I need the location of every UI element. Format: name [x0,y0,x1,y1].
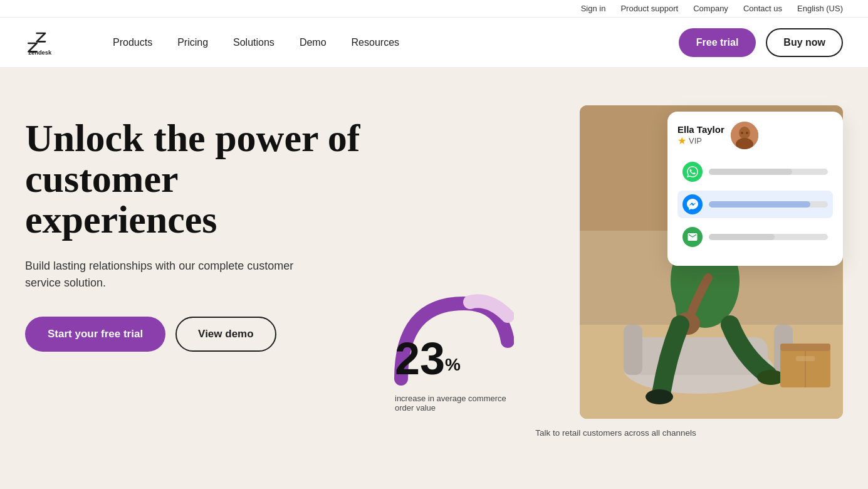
hero-section: Unlock the power of customer experiences… [0,68,868,469]
hero-buttons: Start your free trial View demo [25,317,376,352]
hero-left: Unlock the power of customer experiences… [25,105,376,352]
svg-point-20 [646,389,673,404]
vip-label: VIP [689,136,702,145]
logo-text: zendesk [28,50,52,56]
customer-name: Ella Taylor [677,124,724,135]
top-utility-bar: Sign in Product support Company Contact … [0,0,868,18]
view-demo-button[interactable]: View demo [175,317,276,352]
hero-subheading: Build lasting relationships with our com… [25,258,326,292]
svg-point-29 [741,132,743,134]
hero-right: 23% increase in average commerce order v… [389,105,843,431]
star-icon: ★ [677,135,686,147]
customer-card: Ella Taylor ★ VIP [667,112,843,266]
start-trial-button[interactable]: Start your free trial [25,317,165,352]
nav-actions: Free trial Buy now [679,28,843,57]
zendesk-logo: zendesk [25,27,75,58]
whatsapp-bar [709,169,828,175]
buy-now-button[interactable]: Buy now [766,28,843,57]
channel-whatsapp-row [677,158,833,186]
product-support-link[interactable]: Product support [620,4,678,13]
messenger-icon [682,194,703,214]
svg-rect-25 [796,356,815,361]
image-caption: Talk to retail customers across all chan… [484,428,748,438]
stat-number: 23% [395,336,461,381]
company-link[interactable]: Company [693,4,728,13]
svg-rect-12 [624,325,642,375]
sign-in-link[interactable]: Sign in [581,4,606,13]
nav-demo[interactable]: Demo [300,37,327,48]
svg-point-27 [739,127,750,139]
whatsapp-icon [682,162,703,182]
stat-description: increase in average commerce order value [395,394,508,413]
nav-solutions[interactable]: Solutions [233,37,275,48]
customer-vip-badge: ★ VIP [677,135,724,147]
stat-percent: % [445,355,461,374]
channel-email-row [677,223,833,251]
email-icon [682,227,703,247]
nav-products[interactable]: Products [113,37,152,48]
contact-us-link[interactable]: Contact us [743,4,782,13]
customer-info: Ella Taylor ★ VIP [677,124,724,147]
customer-avatar [731,122,758,149]
customer-card-header: Ella Taylor ★ VIP [677,122,833,149]
main-nav: zendesk Products Pricing Solutions Demo … [0,18,868,68]
email-bar [709,234,828,240]
svg-point-30 [746,132,748,134]
messenger-bar [709,201,828,208]
nav-links: Products Pricing Solutions Demo Resource… [113,37,679,48]
channel-messenger-row [677,191,833,218]
logo-link[interactable]: zendesk [25,27,75,58]
stat-value: 23 [395,334,445,384]
avatar-image [731,122,758,149]
stat-widget: 23% increase in average commerce order v… [389,278,514,394]
language-selector[interactable]: English (US) [797,4,843,13]
hero-heading: Unlock the power of customer experiences [25,118,376,240]
nav-resources[interactable]: Resources [352,37,399,48]
free-trial-button[interactable]: Free trial [679,28,756,57]
nav-pricing[interactable]: Pricing [177,37,208,48]
